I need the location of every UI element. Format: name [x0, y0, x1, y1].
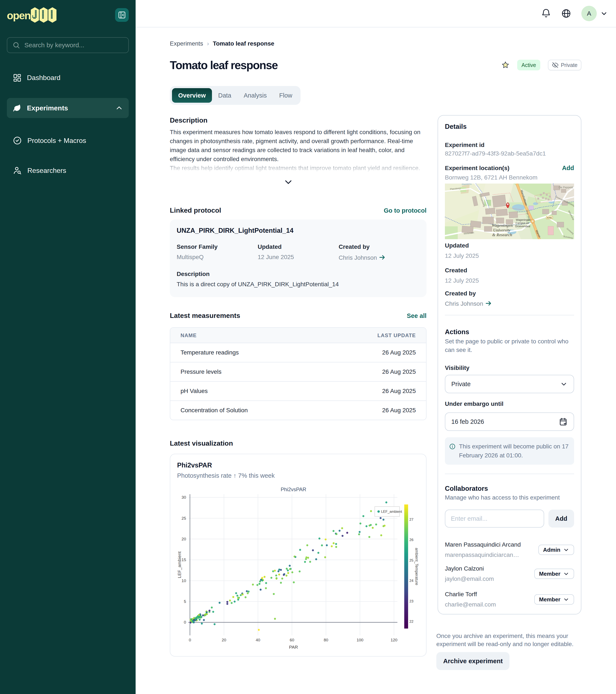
- svg-text:20: 20: [222, 638, 226, 642]
- svg-text:100: 100: [357, 638, 363, 642]
- svg-text:LEF_ambient: LEF_ambient: [177, 551, 182, 578]
- svg-text:24: 24: [409, 579, 413, 583]
- svg-text:PAR: PAR: [289, 644, 298, 650]
- svg-text:10: 10: [182, 579, 186, 583]
- svg-text:80: 80: [324, 638, 328, 642]
- svg-text:De Peppeld: De Peppeld: [559, 186, 573, 189]
- svg-text:60: 60: [290, 638, 294, 642]
- svg-text:20: 20: [182, 537, 186, 541]
- svg-text:27: 27: [409, 517, 413, 522]
- svg-text:15: 15: [182, 558, 186, 562]
- svg-text:5: 5: [184, 599, 186, 604]
- svg-text:N781: N781: [547, 217, 552, 219]
- svg-text:30: 30: [182, 495, 186, 499]
- svg-text:23: 23: [409, 599, 413, 603]
- svg-text:0: 0: [184, 620, 186, 624]
- svg-text:LEF_ambient: LEF_ambient: [381, 510, 402, 514]
- svg-text:University: University: [493, 228, 510, 232]
- svg-text:Wageningen: Wageningen: [492, 223, 513, 227]
- svg-text:25: 25: [182, 516, 186, 520]
- svg-text:Droevendaal: Droevendaal: [515, 225, 530, 228]
- svg-text:open: open: [7, 10, 31, 22]
- svg-text:0: 0: [189, 638, 191, 642]
- svg-text:120: 120: [391, 638, 397, 642]
- svg-text:ambient_Temperature: ambient_Temperature: [414, 548, 419, 585]
- svg-text:25: 25: [409, 559, 413, 562]
- svg-text:& Research: & Research: [492, 233, 512, 237]
- svg-text:40: 40: [256, 638, 260, 642]
- svg-text:Campus en: Campus en: [516, 222, 529, 225]
- svg-text:26: 26: [409, 538, 413, 542]
- svg-text:Wageningen: Wageningen: [516, 218, 530, 221]
- svg-text:Phi2vsPAR: Phi2vsPAR: [281, 487, 306, 492]
- svg-text:22: 22: [409, 620, 413, 624]
